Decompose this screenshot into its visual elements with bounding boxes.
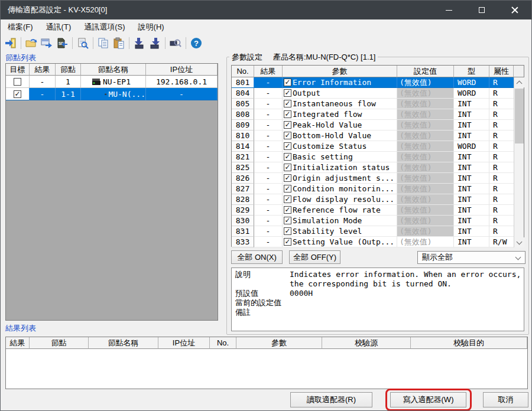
param-checkbox[interactable]: [284, 174, 291, 182]
param-row[interactable]: 821-Basic setting(無效值)INTR: [232, 152, 524, 162]
param-value-cell: (無效值): [397, 109, 454, 120]
param-checkbox[interactable]: [284, 153, 291, 161]
export-screen-icon[interactable]: [40, 36, 54, 50]
description-line1: Indicates error information. When an err…: [290, 270, 521, 279]
param-checkbox[interactable]: [284, 110, 291, 118]
param-type-cell: INT: [454, 162, 489, 173]
node-table-header: 目標 結果 節點 節點名稱 IP位址: [6, 64, 218, 76]
paste-icon[interactable]: [112, 36, 126, 50]
param-row-number: 833: [232, 237, 254, 247]
node-name: NU-EP1: [103, 77, 131, 86]
menu-file[interactable]: 檔案(F): [2, 19, 39, 35]
help-icon[interactable]: ?: [189, 36, 203, 50]
node-ip-cell: -: [146, 88, 218, 100]
param-checkbox[interactable]: [284, 206, 291, 214]
chevron-down-icon: [515, 254, 521, 260]
param-row[interactable]: 828-Flow display resolu...(無效值)INTR: [232, 194, 524, 205]
result-col-name: 節點名稱: [89, 337, 158, 349]
param-result-cell: -: [254, 120, 283, 131]
param-name: Initialization status: [293, 163, 390, 172]
transfer-icon[interactable]: [4, 36, 18, 50]
param-row[interactable]: 829-Reference flow rate(無效值)INTR: [232, 205, 524, 216]
sd-import-icon[interactable]: SD: [55, 36, 69, 50]
read-adapter-icon[interactable]: [132, 36, 147, 50]
param-type-cell: INT: [454, 226, 489, 237]
param-value-cell: (無效值): [397, 173, 454, 184]
menubar: 檔案(F) 通訊(T) 通訊選項(S) 說明(H): [1, 19, 531, 35]
param-table-header: No. 結果 參數 設定值 型 屬性: [232, 66, 524, 77]
chevron-down-icon: [517, 239, 523, 244]
param-checkbox[interactable]: [284, 164, 291, 171]
param-type-cell: INT: [454, 194, 489, 205]
param-result-cell: -: [254, 99, 283, 109]
param-row[interactable]: 825-Initialization status(無效值)INTR: [232, 162, 524, 173]
param-row[interactable]: 827-Condition monitorin...(無效值)INTR: [232, 184, 524, 194]
result-col-no: No.: [210, 337, 236, 349]
node-result-cell: -: [30, 76, 56, 88]
scroll-down-button[interactable]: [514, 237, 524, 247]
find-icon[interactable]: [76, 36, 90, 50]
node-row-selected[interactable]: - 1-1 MU-N(... -: [6, 88, 218, 100]
close-button[interactable]: [498, 1, 531, 19]
param-name-cell: Customize Status: [283, 141, 397, 152]
param-type-cell: INT: [454, 173, 489, 184]
param-checkbox[interactable]: [284, 185, 291, 193]
node-target-checkbox[interactable]: [14, 78, 21, 86]
param-row[interactable]: 814-Customize Status(無效值)WORDR: [232, 141, 524, 152]
param-row[interactable]: 831-Stability level(無效值)INTR: [232, 226, 524, 237]
param-row[interactable]: 810-Bottom-Hold Value(無效值)INTR: [232, 131, 524, 141]
open-file-icon[interactable]: [24, 36, 38, 50]
node-row[interactable]: - 1 NU-EP1 192.168.0.1: [6, 76, 218, 88]
param-checkbox[interactable]: [284, 132, 291, 139]
param-row[interactable]: 804-Output(無效值)WORDR: [232, 88, 524, 99]
node-name-cell: NU-EP1: [81, 76, 146, 88]
node-target-checkbox[interactable]: [14, 90, 21, 98]
menu-help[interactable]: 說明(H): [132, 19, 170, 35]
maximize-button[interactable]: [465, 1, 498, 19]
param-checkbox[interactable]: [284, 217, 291, 224]
param-name-cell: Initialization status: [283, 162, 397, 173]
param-row-number: 814: [232, 141, 254, 152]
param-checkbox[interactable]: [284, 142, 291, 150]
titlebar: 傳輸適配器設定 - KV-X520[0]: [1, 1, 531, 19]
param-checkbox[interactable]: [284, 121, 291, 129]
param-checkbox[interactable]: [284, 89, 291, 97]
param-name-cell: Reference flow rate: [283, 205, 397, 216]
param-name: Stability level: [293, 227, 362, 236]
menu-comm-options[interactable]: 通訊選項(S): [78, 19, 131, 35]
scroll-up-button[interactable]: [514, 77, 524, 87]
param-col-result: 結果: [254, 66, 283, 77]
param-name: Simulation Mode: [293, 216, 362, 225]
param-scrollbar[interactable]: [514, 77, 524, 247]
param-result-cell: -: [254, 152, 283, 162]
copy-icon[interactable]: [96, 36, 111, 50]
param-row[interactable]: 805-Instantaneous flow(無效值)INTR: [232, 99, 524, 109]
all-on-button[interactable]: 全部 ON(X): [231, 250, 283, 264]
param-checkbox[interactable]: [284, 195, 291, 203]
minimize-button[interactable]: [432, 1, 465, 19]
write-adapter-icon[interactable]: [148, 36, 162, 50]
param-row[interactable]: 808-Integrated flow(無效值)INTR: [232, 109, 524, 120]
display-filter-dropdown[interactable]: 顯示全部: [417, 251, 525, 264]
scrollbar-thumb[interactable]: [515, 89, 524, 143]
write-adapter-button[interactable]: 寫入適配器(W): [390, 392, 466, 407]
param-value-cell: (無效值): [397, 120, 454, 131]
param-name: Reference flow rate: [293, 206, 381, 214]
menu-communication[interactable]: 通訊(T): [40, 19, 77, 35]
param-group-label: 參數設定: [232, 53, 262, 61]
param-row[interactable]: 826-Origin adjustment s...(無效值)INTR: [232, 173, 524, 184]
param-name-cell: Basic setting: [283, 152, 397, 162]
verify-icon[interactable]: [168, 36, 183, 50]
param-checkbox[interactable]: [284, 79, 291, 86]
param-row[interactable]: 809-Peak-Hold Value(無效值)INTR: [232, 120, 524, 131]
read-adapter-button[interactable]: 讀取適配器(R): [290, 392, 372, 407]
param-row[interactable]: 801-Error Information(無效值)WORDR: [232, 77, 524, 88]
param-name-cell: Setting Value (Outp...: [283, 237, 397, 247]
param-row[interactable]: 830-Simulation Mode(無效值)INTR: [232, 216, 524, 226]
param-checkbox[interactable]: [284, 227, 291, 235]
all-off-button[interactable]: 全部 OFF(Y): [289, 250, 340, 264]
param-checkbox[interactable]: [284, 238, 291, 246]
param-row[interactable]: 833-Setting Value (Outp...(無效值)INTR/W: [232, 237, 524, 247]
param-checkbox[interactable]: [284, 100, 291, 107]
cancel-button[interactable]: 取消: [483, 392, 528, 407]
